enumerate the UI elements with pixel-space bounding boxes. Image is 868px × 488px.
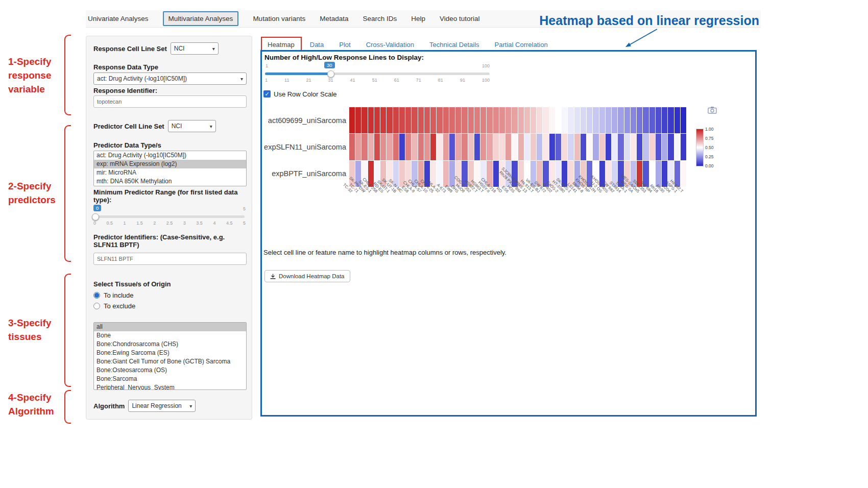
heatmap-cell[interactable]: [361, 107, 367, 133]
heatmap-cell[interactable]: [681, 107, 686, 133]
heatmap-cell[interactable]: [480, 107, 486, 133]
heatmap-cell[interactable]: [574, 107, 580, 133]
heatmap-cell[interactable]: [424, 107, 430, 133]
heatmap-cell[interactable]: [399, 107, 405, 133]
tab-cross-validation[interactable]: Cross-Validation: [366, 41, 414, 48]
listbox-option[interactable]: Bone:Osteosarcoma (OS): [94, 366, 246, 375]
download-heatmap-data-button[interactable]: Download Heatmap Data: [264, 270, 350, 282]
algorithm-select[interactable]: Linear Regression ▾: [128, 400, 196, 412]
listbox-option[interactable]: exp: mRNA Expression (log2): [94, 160, 246, 168]
heatmap-cell[interactable]: [668, 107, 673, 133]
heatmap-cell[interactable]: [393, 107, 399, 133]
lines-slider-handle[interactable]: [327, 70, 334, 78]
heatmap-cell[interactable]: [662, 107, 667, 133]
heatmap-cell[interactable]: [612, 107, 617, 133]
heatmap-cell[interactable]: [455, 107, 461, 133]
heatmap-cell[interactable]: [518, 107, 524, 133]
listbox-option[interactable]: all: [94, 323, 246, 331]
heatmap-cell[interactable]: [668, 134, 673, 160]
nav-tab-help[interactable]: Help: [411, 15, 425, 22]
heatmap-cell[interactable]: [643, 107, 648, 133]
heatmap-cell[interactable]: [405, 107, 411, 133]
response-data-type-select[interactable]: act: Drug Activity (-log10[IC50M]) ▾: [93, 72, 247, 85]
heatmap-cell[interactable]: [418, 107, 424, 133]
heatmap-cell[interactable]: [349, 107, 355, 133]
tab-plot[interactable]: Plot: [339, 41, 350, 48]
heatmap-cell[interactable]: [568, 107, 573, 133]
heatmap-cell[interactable]: [487, 107, 492, 133]
heatmap-cell[interactable]: [474, 107, 480, 133]
nav-tab-multivariate-analyses[interactable]: Multivariate Analyses: [163, 11, 239, 26]
heatmap-cell[interactable]: [656, 107, 661, 133]
include-radio[interactable]: [93, 292, 100, 299]
heatmap-cell[interactable]: [581, 107, 586, 133]
heatmap-cell[interactable]: [430, 107, 436, 133]
heatmap-cell[interactable]: [681, 161, 686, 187]
heatmap-cell[interactable]: [355, 107, 361, 133]
heatmap-cell[interactable]: [662, 134, 667, 160]
heatmap-cell[interactable]: [562, 107, 567, 133]
heatmap-cell[interactable]: [531, 107, 536, 133]
heatmap-cell[interactable]: [380, 107, 386, 133]
heatmap-cell[interactable]: [649, 107, 655, 133]
heatmap-cell[interactable]: [374, 107, 380, 133]
heatmap-row-label-act[interactable]: act609699_uniSarcoma: [257, 116, 346, 125]
nav-tab-search-ids[interactable]: Search IDs: [363, 15, 397, 22]
listbox-option[interactable]: Bone:Chondrosarcoma (CHS): [94, 340, 246, 349]
camera-icon[interactable]: [708, 106, 717, 114]
listbox-option[interactable]: Bone:Sarcoma: [94, 375, 246, 383]
heatmap-cell[interactable]: [449, 107, 455, 133]
heatmap-cell[interactable]: [387, 107, 392, 133]
heatmap-cell[interactable]: [512, 107, 517, 133]
response-cell-line-set-select[interactable]: NCI ▾: [171, 42, 219, 55]
tissue-listbox[interactable]: allBoneBone:Chondrosarcoma (CHS)Bone:Ewi…: [93, 322, 247, 390]
heatmap-cell[interactable]: [593, 107, 598, 133]
row-color-scale-checkbox[interactable]: ✓: [263, 90, 271, 97]
nav-tab-video-tutorial[interactable]: Video tutorial: [440, 15, 480, 22]
tab-heatmap[interactable]: Heatmap: [268, 41, 295, 48]
heatmap-cell[interactable]: [524, 107, 530, 133]
heatmap-cell[interactable]: [437, 107, 442, 133]
tab-partial-correlation[interactable]: Partial Correlation: [495, 41, 548, 48]
listbox-option[interactable]: Peripheral_Nervous_System: [94, 383, 246, 390]
heatmap-cell[interactable]: [443, 107, 449, 133]
heatmap-cell[interactable]: [493, 107, 499, 133]
listbox-option[interactable]: Bone:Ewing Sarcoma (ES): [94, 349, 246, 357]
heatmap-cell[interactable]: [656, 134, 661, 160]
nav-tab-metadata[interactable]: Metadata: [320, 15, 348, 22]
tab-technical-details[interactable]: Technical Details: [429, 41, 479, 48]
heatmap-cell[interactable]: [637, 107, 642, 133]
heatmap-cell[interactable]: [587, 107, 592, 133]
listbox-option[interactable]: mir: MicroRNA: [94, 168, 246, 177]
listbox-option[interactable]: mth: DNA 850K Methylation: [94, 177, 246, 186]
predictor-cell-line-set-select[interactable]: NCI ▾: [168, 120, 216, 132]
heatmap-cell[interactable]: [631, 107, 636, 133]
heatmap-cell[interactable]: [549, 107, 555, 133]
heatmap-cell[interactable]: [462, 107, 467, 133]
heatmap-cell[interactable]: [674, 107, 680, 133]
response-identifier-input[interactable]: [93, 95, 247, 108]
tab-data[interactable]: Data: [310, 41, 324, 48]
listbox-option[interactable]: act: Drug Activity (-log10[IC50M]): [94, 151, 246, 160]
heatmap-cell[interactable]: [599, 107, 605, 133]
heatmap-cell[interactable]: [543, 107, 548, 133]
heatmap-cell[interactable]: [681, 134, 686, 160]
listbox-option[interactable]: Bone:Giant Cell Tumor of Bone (GCTB) Sar…: [94, 357, 246, 366]
heatmap-cell[interactable]: [624, 107, 630, 133]
listbox-option[interactable]: Bone: [94, 331, 246, 340]
heatmap-cell[interactable]: [505, 107, 511, 133]
heatmap-cell[interactable]: [368, 107, 374, 133]
heatmap-cell[interactable]: [499, 107, 505, 133]
nav-tab-univariate-analyses[interactable]: Univariate Analyses: [88, 15, 149, 22]
heatmap-cell[interactable]: [537, 107, 542, 133]
exclude-radio[interactable]: [93, 303, 100, 309]
slider-track[interactable]: [94, 215, 245, 218]
slider-handle[interactable]: [92, 213, 99, 221]
heatmap-cell[interactable]: [674, 134, 680, 160]
heatmap-cell[interactable]: [412, 107, 417, 133]
heatmap-cell[interactable]: [556, 107, 561, 133]
heatmap-cell[interactable]: [468, 107, 474, 133]
predictor-identifiers-input[interactable]: [93, 253, 247, 265]
nav-tab-mutation-variants[interactable]: Mutation variants: [253, 15, 305, 22]
heatmap-cell[interactable]: [606, 107, 611, 133]
